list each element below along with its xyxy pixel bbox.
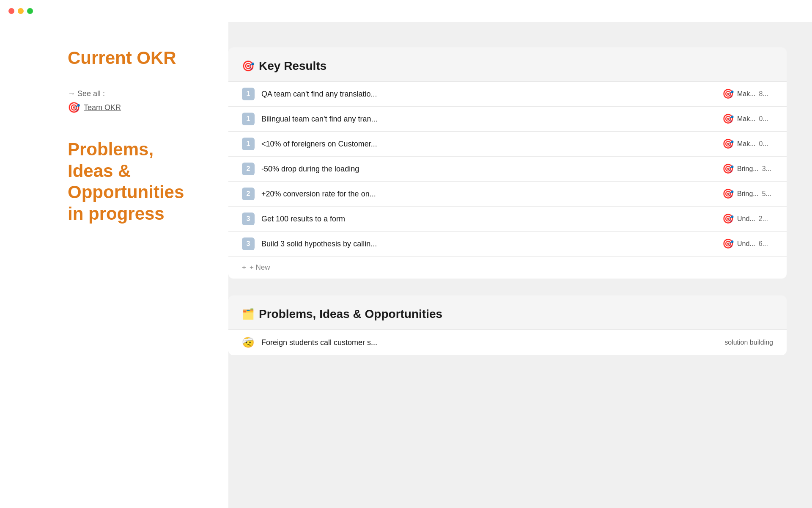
- meta-label: Und...: [737, 240, 755, 248]
- row-meta: 🎯 Und... 2...: [722, 213, 773, 224]
- problems-card: 🗂️ Problems, Ideas & Opportunities 🤕 For…: [228, 295, 787, 355]
- meta-count: 0...: [759, 140, 768, 148]
- section-divider: [68, 79, 195, 79]
- problem-tag: solution building: [724, 339, 773, 346]
- key-result-row[interactable]: 1 QA team can't find any translatio... 🎯…: [228, 81, 787, 106]
- number-badge: 3: [242, 213, 255, 225]
- new-label: + New: [250, 263, 270, 272]
- key-results-title: Key Results: [259, 59, 326, 73]
- meta-label: Bring...: [737, 190, 759, 198]
- key-result-row[interactable]: 3 Build 3 solid hypothesis by callin... …: [228, 231, 787, 256]
- key-results-rows: 1 QA team can't find any translatio... 🎯…: [228, 81, 787, 256]
- problems-section: Problems, Ideas & Opportunities in progr…: [68, 139, 195, 224]
- meta-count: 5...: [762, 190, 771, 198]
- meta-icon: 🎯: [722, 163, 734, 174]
- problem-emoji: 🤕: [242, 337, 255, 348]
- number-badge: 2: [242, 188, 255, 200]
- problems-header: 🗂️ Problems, Ideas & Opportunities: [228, 295, 787, 329]
- key-result-row[interactable]: 1 <10% of foreigners on Customer... 🎯 Ma…: [228, 131, 787, 156]
- key-result-row[interactable]: 2 +20% conversion rate for the on... 🎯 B…: [228, 181, 787, 206]
- key-results-card: 🎯 Key Results 1 QA team can't find any t…: [228, 47, 787, 279]
- meta-icon: 🎯: [722, 238, 734, 249]
- problem-text: Foreign students call customer s...: [261, 338, 718, 347]
- row-text: +20% conversion rate for the on...: [261, 190, 716, 199]
- see-all-label: → See all :: [68, 89, 105, 98]
- number-badge: 1: [242, 138, 255, 150]
- new-icon: +: [242, 263, 246, 272]
- meta-icon: 🎯: [722, 113, 734, 124]
- sidebar: Current OKR → See all : 🎯 Team OKR Probl…: [0, 22, 228, 508]
- meta-count: 8...: [759, 90, 768, 98]
- row-meta: 🎯 Bring... 5...: [722, 188, 773, 199]
- meta-label: Mak...: [737, 115, 756, 123]
- row-text: Build 3 solid hypothesis by callin...: [261, 240, 716, 248]
- team-okr-row[interactable]: 🎯 Team OKR: [68, 102, 195, 113]
- meta-count: 6...: [759, 240, 768, 248]
- meta-label: Und...: [737, 215, 755, 223]
- meta-icon: 🎯: [722, 88, 734, 99]
- current-okr-title: Current OKR: [68, 47, 195, 69]
- content-area: 🎯 Key Results 1 QA team can't find any t…: [228, 22, 812, 508]
- number-badge: 3: [242, 237, 255, 250]
- problems-list-item[interactable]: 🤕 Foreign students call customer s... so…: [228, 329, 787, 355]
- team-okr-link[interactable]: Team OKR: [84, 103, 121, 112]
- row-meta: 🎯 Mak... 0...: [722, 113, 773, 124]
- meta-count: 2...: [759, 215, 768, 223]
- meta-label: Mak...: [737, 90, 756, 98]
- key-result-row[interactable]: 1 Bilingual team can't find any tran... …: [228, 106, 787, 131]
- minimize-button[interactable]: [18, 8, 24, 14]
- row-text: <10% of foreigners on Customer...: [261, 140, 716, 149]
- key-result-row[interactable]: 2 -50% drop during the loading 🎯 Bring..…: [228, 156, 787, 181]
- meta-icon: 🎯: [722, 138, 734, 149]
- row-meta: 🎯 Bring... 3...: [722, 163, 773, 174]
- row-text: Bilingual team can't find any tran...: [261, 115, 716, 124]
- meta-icon: 🎯: [722, 213, 734, 224]
- problems-title: Problems, Ideas & Opportunities: [259, 307, 442, 321]
- row-text: -50% drop during the loading: [261, 165, 716, 174]
- problems-rows: 🤕 Foreign students call customer s... so…: [228, 329, 787, 355]
- key-results-icon: 🎯: [242, 60, 255, 72]
- team-okr-emoji: 🎯: [68, 102, 80, 113]
- problems-icon: 🗂️: [242, 308, 255, 320]
- main-layout: Current OKR → See all : 🎯 Team OKR Probl…: [0, 22, 812, 508]
- number-badge: 1: [242, 113, 255, 125]
- meta-label: Mak...: [737, 140, 756, 148]
- problems-section-title: Problems, Ideas & Opportunities in progr…: [68, 139, 195, 224]
- row-text: QA team can't find any translatio...: [261, 90, 716, 99]
- meta-count: 3...: [762, 165, 771, 173]
- meta-icon: 🎯: [722, 188, 734, 199]
- row-text: Get 100 results to a form: [261, 215, 716, 224]
- key-result-row[interactable]: 3 Get 100 results to a form 🎯 Und... 2..…: [228, 206, 787, 231]
- see-all-row: → See all :: [68, 89, 195, 98]
- row-meta: 🎯 Mak... 0...: [722, 138, 773, 149]
- maximize-button[interactable]: [27, 8, 33, 14]
- new-key-result-button[interactable]: + + New: [228, 256, 787, 279]
- meta-label: Bring...: [737, 165, 759, 173]
- row-meta: 🎯 Und... 6...: [722, 238, 773, 249]
- current-okr-section: Current OKR → See all : 🎯 Team OKR: [68, 47, 195, 113]
- number-badge: 2: [242, 163, 255, 175]
- close-button[interactable]: [8, 8, 14, 14]
- key-results-header: 🎯 Key Results: [228, 47, 787, 81]
- number-badge: 1: [242, 88, 255, 100]
- row-meta: 🎯 Mak... 8...: [722, 88, 773, 99]
- titlebar: [0, 0, 812, 22]
- meta-count: 0...: [759, 115, 768, 123]
